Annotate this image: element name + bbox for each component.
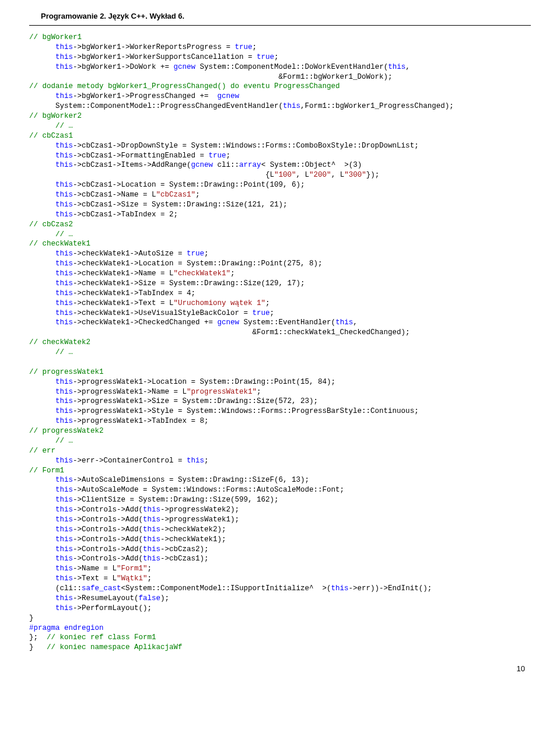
code-keyword: this	[55, 211, 73, 219]
code-text: ->Controls->Add(	[73, 525, 143, 534]
code-text: ->Controls->Add(	[73, 555, 143, 563]
code-keyword: this	[143, 535, 160, 544]
code-text: ->cbCzas1->FormattingEnabled =	[73, 152, 209, 160]
code-keyword: this	[55, 457, 73, 465]
code-keyword: this	[55, 555, 73, 563]
code-text: ->AutoScaleMode = System::Windows::Forms…	[73, 486, 344, 494]
code-text	[29, 161, 55, 169]
code-keyword: this	[335, 318, 353, 327]
code-keyword: this	[55, 545, 73, 553]
code-text: ->cbCzas1->TabIndex = 2;	[73, 211, 178, 219]
code-text	[29, 535, 55, 544]
code-string: "progressWatek1"	[187, 388, 257, 396]
code-keyword: this	[55, 269, 73, 278]
code-text: , L	[296, 171, 310, 179]
code-text	[29, 309, 55, 317]
code-text	[29, 299, 55, 307]
code-text	[29, 486, 55, 494]
code-comment: // progressWatek2	[29, 427, 104, 435]
code-keyword: true	[209, 152, 226, 160]
code-text	[29, 565, 55, 573]
code-text	[29, 53, 55, 61]
code-keyword: gcnew	[174, 63, 196, 71]
code-text: ->cbCzas2);	[160, 545, 209, 553]
code-text: (cli::	[29, 584, 82, 593]
code-text: ;	[226, 152, 231, 160]
code-keyword: safe_cast	[82, 584, 121, 593]
code-text	[29, 201, 55, 209]
code-text: ->ResumeLayout(	[73, 594, 139, 602]
code-comment: // err	[29, 447, 55, 455]
code-text: ->bgWorker1->DoWork +=	[73, 63, 174, 71]
code-keyword: this	[55, 152, 73, 160]
code-text	[29, 506, 55, 514]
code-text: ->checkWatek1->AutoSize =	[73, 250, 187, 258]
code-text: }	[29, 614, 34, 622]
code-comment: // koniec namespace AplikacjaWf	[47, 643, 183, 651]
code-text	[29, 388, 55, 396]
code-text: ;	[204, 250, 209, 258]
code-text: ,Form1::bgWorker1_ProgressChanged);	[300, 102, 454, 110]
code-keyword: this	[331, 584, 349, 593]
code-text	[29, 417, 55, 425]
code-text	[29, 269, 55, 278]
code-text: ->Controls->Add(	[73, 535, 143, 544]
code-text	[29, 476, 55, 484]
code-keyword: false	[139, 594, 161, 602]
code-keyword: this	[55, 250, 73, 258]
code-text	[29, 260, 55, 268]
code-text: ->checkWatek1->Location = System::Drawin…	[73, 260, 323, 268]
code-keyword: this	[55, 594, 73, 602]
code-text: });	[366, 171, 380, 179]
code-comment: // checkWatek1	[29, 240, 90, 248]
code-keyword: this	[55, 191, 73, 199]
code-text	[29, 279, 55, 288]
code-text: ->checkWatek1->TabIndex = 4;	[73, 289, 195, 297]
code-keyword: this	[55, 565, 73, 573]
code-text	[29, 574, 55, 583]
code-text	[29, 289, 55, 297]
code-keyword: this	[55, 506, 73, 514]
code-text: ->progressWatek2);	[160, 506, 239, 514]
code-text	[29, 516, 55, 524]
code-text: ;	[265, 299, 270, 307]
code-comment: // …	[29, 437, 73, 445]
code-text: ->checkWatek1);	[160, 535, 226, 544]
code-text: ;	[204, 457, 209, 465]
code-text	[29, 397, 55, 405]
code-keyword: this	[143, 545, 160, 553]
code-text	[29, 457, 55, 465]
code-keyword: true	[253, 309, 270, 317]
code-text: ->err))->EndInit();	[349, 584, 432, 593]
code-comment: // koniec ref class Form1	[47, 633, 156, 642]
code-string: "100"	[274, 171, 296, 179]
code-text: ;	[253, 43, 257, 51]
code-text: ->cbCzas1);	[160, 555, 209, 563]
code-text: ;	[230, 269, 235, 278]
code-string: "cbCzas1"	[156, 191, 196, 199]
code-text: ->checkWatek1->Name = L	[73, 269, 174, 278]
code-text: ->progressWatek1);	[160, 516, 239, 524]
code-keyword: true	[257, 53, 274, 61]
code-text: < System::Object^ >(3)	[261, 161, 362, 169]
code-keyword: this	[55, 388, 73, 396]
code-text: ->progressWatek1->Size = System::Drawing…	[73, 397, 318, 405]
code-keyword: this	[55, 279, 73, 288]
code-comment: // cbCzas1	[29, 132, 73, 140]
code-text: ->bgWorker1->WorkerSupportsCancellation …	[73, 53, 257, 61]
code-comment: // …	[29, 230, 73, 239]
code-keyword: this	[55, 486, 73, 494]
code-keyword: this	[143, 525, 160, 534]
code-text: ->cbCzas1->Size = System::Drawing::Size(…	[73, 201, 288, 209]
code-text: ->progressWatek1->Location = System::Dra…	[73, 378, 335, 386]
code-text	[29, 63, 55, 71]
code-keyword: this	[55, 53, 73, 61]
code-comment: // bgWorker2	[29, 112, 82, 120]
code-text	[29, 407, 55, 415]
code-keyword: this	[55, 309, 73, 317]
code-text: ->cbCzas1->DropDownStyle = System::Windo…	[73, 142, 419, 150]
code-keyword: this	[143, 516, 160, 524]
code-keyword: this	[55, 201, 73, 209]
code-keyword: this	[143, 506, 160, 514]
code-comment: // dodanie metody bgWorker1_ProgressChan…	[29, 82, 340, 90]
